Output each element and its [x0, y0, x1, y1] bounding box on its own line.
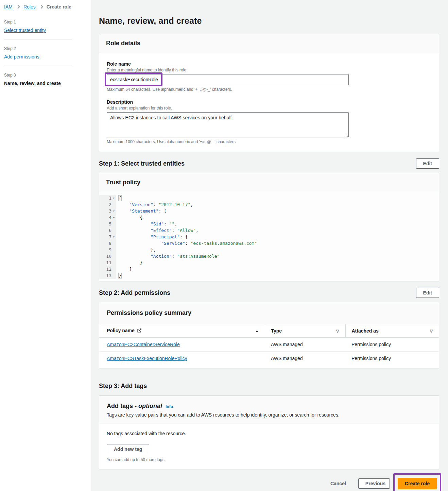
sidebar: IAM Roles Create role Step 1 Select trus… — [0, 0, 91, 491]
code-line: 6 "Effect": "Allow", — [99, 227, 439, 234]
code-line: 8 "Service": "ecs-tasks.amazonaws.com" — [99, 240, 439, 247]
code-fold-spacer — [111, 240, 115, 247]
add-tags-title: Add tags - optional — [107, 403, 162, 410]
code-fold-spacer — [111, 259, 115, 266]
sidebar-item-name-review-create: Name, review, and create — [4, 81, 61, 86]
column-header-attached-as[interactable]: Attached as ▽ — [345, 324, 439, 338]
step1-section-head: Step 1: Select trusted entities Edit — [99, 158, 439, 169]
code-fold-spacer — [111, 227, 115, 234]
chevron-right-icon — [16, 5, 20, 9]
add-tags-description: Tags are key-value pairs that you can ad… — [107, 412, 432, 418]
policy-type: AWS managed — [265, 352, 345, 366]
code-line: 7▾ "Principal": { — [99, 234, 439, 240]
tags-limit-hint: You can add up to 50 more tags. — [107, 457, 432, 462]
code-fold-icon[interactable]: ▾ — [111, 214, 115, 221]
add-tags-header: Add tags - optional Info Tags are key-va… — [99, 396, 439, 424]
table-row: AmazonEC2ContainerServiceRole AWS manage… — [99, 338, 439, 352]
description-constraint: Maximum 1000 characters. Use alphanumeri… — [107, 139, 432, 144]
sort-icon: ▽ — [336, 329, 339, 333]
code-line: 12 ] — [99, 266, 439, 272]
sort-ascending-icon: ▲ — [256, 329, 259, 333]
role-name-hint: Enter a meaningful name to identify this… — [107, 68, 432, 72]
step3-section-head: Step 3: Add tags — [99, 381, 439, 391]
page-title: Name, review, and create — [99, 0, 439, 26]
info-link[interactable]: Info — [166, 404, 173, 409]
code-fold-spacer — [111, 272, 115, 279]
description-label: Description — [107, 99, 432, 105]
edit-permissions-button[interactable]: Edit — [416, 288, 439, 298]
step2-section-head: Step 2: Add permissions Edit — [99, 288, 439, 298]
create-role-button[interactable]: Create role — [398, 478, 437, 489]
column-header-type[interactable]: Type ▽ — [265, 324, 345, 338]
main-content: Name, review, and create Role details Ro… — [91, 0, 448, 491]
cancel-button[interactable]: Cancel — [330, 481, 346, 486]
footer-actions: Cancel Previous Create role — [99, 473, 441, 491]
code-line: 9 }, — [99, 247, 439, 253]
code-fold-icon[interactable]: ▾ — [111, 234, 115, 240]
sidebar-item-add-permissions[interactable]: Add permissions — [4, 54, 39, 60]
role-details-card: Role details Role name Enter a meaningfu… — [99, 34, 439, 152]
sidebar-step-1: Step 1 Select trusted entity — [4, 18, 87, 39]
breadcrumb-link-iam[interactable]: IAM — [4, 4, 13, 10]
policy-link[interactable]: AmazonEC2ContainerServiceRole — [107, 342, 180, 347]
code-line: 4▾ { — [99, 214, 439, 221]
sort-icon: ▽ — [430, 329, 433, 333]
step-label: Step 1 — [4, 20, 87, 24]
trust-policy-header: Trust policy — [99, 173, 439, 192]
policy-attached-as: Permissions policy — [345, 338, 439, 352]
code-line: 2 "Version": "2012-10-17", — [99, 201, 439, 208]
annotation-box-create-role: Create role — [393, 473, 441, 491]
code-fold-icon[interactable]: ▾ — [111, 208, 115, 214]
role-details-title: Role details — [106, 40, 140, 47]
sidebar-step-3: Step 3 Name, review, and create — [4, 71, 87, 92]
role-details-body: Role name Enter a meaningful name to ide… — [99, 53, 439, 152]
column-header-policy-name[interactable]: Policy name ▲ — [99, 324, 265, 338]
divider — [4, 39, 72, 39]
no-tags-message: No tags associated with the resource. — [107, 431, 432, 436]
trust-policy-title: Trust policy — [106, 179, 140, 186]
permissions-table: Policy name ▲ Type ▽ Attached as — [99, 324, 439, 366]
code-fold-spacer — [111, 247, 115, 253]
permissions-header: Permissions policy summary — [99, 302, 439, 324]
policy-attached-as: Permissions policy — [345, 352, 439, 366]
chevron-right-icon — [39, 5, 43, 9]
add-new-tag-button[interactable]: Add new tag — [107, 444, 149, 454]
divider — [4, 66, 72, 66]
trust-policy-code: 1▾{2 "Version": "2012-10-17",3▾ "Stateme… — [99, 192, 439, 281]
edit-trusted-entities-button[interactable]: Edit — [416, 158, 439, 169]
breadcrumb-link-roles[interactable]: Roles — [23, 4, 36, 10]
code-line: 5 "Sid": "", — [99, 221, 439, 227]
code-line: 10 "Action": "sts:AssumeRole" — [99, 253, 439, 259]
step3-heading: Step 3: Add tags — [99, 383, 147, 390]
permissions-card: Permissions policy summary Policy name ▲ — [99, 302, 439, 368]
code-line: 11 } — [99, 259, 439, 266]
add-tags-body: No tags associated with the resource. Ad… — [99, 424, 439, 469]
role-name-constraint: Maximum 64 characters. Use alphanumeric … — [107, 87, 432, 92]
code-fold-spacer — [111, 253, 115, 259]
description-textarea[interactable]: Allows EC2 instances to call AWS service… — [107, 112, 349, 137]
step-label: Step 2 — [4, 46, 87, 51]
policy-link[interactable]: AmazonECSTaskExecutionRolePolicy — [107, 356, 187, 361]
step1-heading: Step 1: Select trusted entities — [99, 160, 185, 167]
sidebar-step-2: Step 2 Add permissions — [4, 45, 87, 66]
policy-type: AWS managed — [265, 338, 345, 352]
step-label: Step 3 — [4, 73, 87, 78]
code-line: 3▾ "Statement": [ — [99, 208, 439, 214]
code-line: 13} — [99, 272, 439, 279]
sidebar-item-select-trusted-entity[interactable]: Select trusted entity — [4, 28, 46, 33]
role-name-input[interactable] — [107, 74, 349, 85]
breadcrumb-current: Create role — [47, 4, 71, 10]
code-fold-icon[interactable]: ▾ — [111, 195, 115, 201]
role-name-label: Role name — [107, 61, 432, 67]
description-hint: Add a short explanation for this role. — [107, 106, 432, 111]
external-link-icon — [137, 328, 142, 334]
role-details-header: Role details — [99, 34, 439, 53]
step2-heading: Step 2: Add permissions — [99, 289, 170, 297]
code-fold-spacer — [111, 221, 115, 227]
code-line: 1▾{ — [99, 195, 439, 201]
previous-button[interactable]: Previous — [358, 478, 390, 489]
permissions-title: Permissions policy summary — [107, 309, 191, 316]
table-row: AmazonECSTaskExecutionRolePolicy AWS man… — [99, 352, 439, 366]
code-fold-spacer — [111, 266, 115, 272]
table-header-row: Policy name ▲ Type ▽ Attached as — [99, 324, 439, 338]
